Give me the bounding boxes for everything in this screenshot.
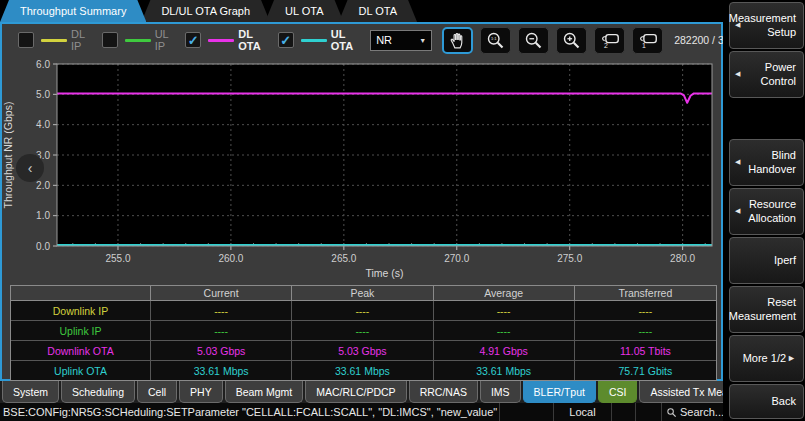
scpi-command-text: BSE:CONFig:NR5G:SCHeduling:SETParameter …: [0, 406, 499, 418]
softkey-label-line: Resource: [749, 198, 796, 211]
tab-system[interactable]: System: [2, 381, 59, 403]
softkey-label: More 1/2: [743, 352, 786, 365]
legend-swatch-dl-ota: [208, 39, 234, 42]
zoom-out-icon: [523, 30, 544, 51]
softkey-label: PowerControl: [761, 61, 796, 87]
legend-item-ul-ip[interactable]: UL IP: [102, 28, 169, 52]
softkey-measurement-setup[interactable]: ◀MeasurementSetup: [729, 2, 804, 49]
tab-mac-rlc-pdcp[interactable]: MAC/RLC/PDCP: [305, 381, 406, 403]
tab-bler-tput[interactable]: BLER/Tput: [523, 381, 596, 403]
checkmark-icon: ✓: [188, 34, 199, 47]
tab-scheduling[interactable]: Scheduling: [61, 381, 135, 403]
local-mode-indicator[interactable]: Local: [553, 403, 611, 421]
table-cell: ----: [434, 301, 575, 321]
legend-swatch-ul-ota: [301, 39, 327, 42]
table-cell: ----: [292, 321, 433, 341]
x-tick-label: 255.0: [105, 253, 130, 264]
table-cell: 33.61 Mbps: [151, 361, 292, 380]
throughput-summary-panel: DL IPUL IP✓DL OTA✓UL OTANR▼1:121282200 /…: [0, 22, 723, 381]
softkey-label: BlindHandover: [748, 149, 796, 175]
tab-phy[interactable]: PHY: [179, 381, 223, 403]
softkey-label: Back: [772, 395, 796, 408]
softkey-label-line: Control: [761, 75, 796, 88]
softkey-resource-allocation[interactable]: ◀ResourceAllocation: [729, 188, 804, 235]
column-header-current: Current: [151, 286, 292, 301]
panel-collapse-handle[interactable]: ‹: [16, 154, 44, 182]
zoom-region-1-button[interactable]: 1: [632, 27, 663, 54]
softkey-label-line: Setup: [767, 26, 796, 39]
y-tick-label: 2.0: [36, 180, 50, 191]
y-tick-label: 5.0: [36, 89, 50, 100]
triangle-left-icon: ◀: [735, 207, 740, 215]
x-axis-label: Time (s): [365, 267, 403, 279]
row-label-uplink-ip: Uplink IP: [11, 321, 151, 341]
tab-cell[interactable]: Cell: [137, 381, 177, 403]
table-cell: ----: [292, 301, 433, 321]
softkey-blind-handover[interactable]: ◀BlindHandover: [729, 139, 804, 186]
softkey-label-line: Back: [772, 395, 796, 408]
checkbox-dl-ota[interactable]: ✓: [185, 32, 201, 48]
checkbox-ul-ip[interactable]: [102, 32, 118, 48]
softkey-back[interactable]: Back: [729, 384, 804, 419]
softkey-label-line: Iperf: [774, 254, 796, 267]
checkmark-icon: ✓: [280, 34, 291, 47]
column-header-transferred: Transferred: [575, 286, 716, 301]
svg-text:1:1: 1:1: [491, 36, 497, 41]
tab-csi[interactable]: CSI: [598, 381, 638, 403]
tab-beam-mgmt[interactable]: Beam Mgmt: [225, 381, 304, 403]
legend-label: DL IP: [71, 28, 85, 52]
config-tab-bar: SystemSchedulingCellPHYBeam MgmtMAC/RLC/…: [0, 381, 723, 403]
x-tick-label: 270.0: [444, 253, 469, 264]
softkey-more-1-2[interactable]: More 1/2►: [729, 335, 804, 382]
tab-dl-ul-ota-graph[interactable]: DL/UL OTA Graph: [141, 0, 270, 22]
zoom-1to1-icon: 1:1: [485, 30, 506, 51]
table-cell: ----: [151, 301, 292, 321]
pan-tool-button[interactable]: [442, 27, 473, 54]
row-label-uplink-ota: Uplink OTA: [11, 361, 151, 380]
tab-dl-ota[interactable]: DL OTA: [339, 0, 418, 22]
table-cell: 33.61 Mbps: [434, 361, 575, 380]
legend-item-ul-ota[interactable]: ✓UL OTA: [278, 28, 353, 52]
status-cell-empty-2: [611, 403, 635, 421]
x-tick-label: 280.0: [670, 253, 695, 264]
table-corner-cell: [11, 286, 151, 301]
tab-throughput-summary[interactable]: Throughput Summary: [0, 0, 146, 22]
legend-item-dl-ota[interactable]: ✓DL OTA: [185, 28, 260, 52]
chart-svg: 0.01.02.03.04.05.06.0255.0260.0265.0270.…: [2, 56, 721, 284]
softkey-label-line: Allocation: [748, 212, 796, 225]
technology-dropdown[interactable]: NR▼: [370, 30, 432, 51]
y-tick-label: 1.0: [36, 210, 50, 221]
tab-ul-ota[interactable]: UL OTA: [265, 0, 344, 22]
softkey-label-line: Handover: [748, 163, 796, 176]
checkbox-ul-ota[interactable]: ✓: [278, 32, 294, 48]
row-label-downlink-ota: Downlink OTA: [11, 341, 151, 361]
zoom-out-button[interactable]: [518, 27, 549, 54]
softkey-label: ResourceAllocation: [748, 198, 796, 224]
zoom-in-button[interactable]: [556, 27, 587, 54]
throughput-chart[interactable]: 0.01.02.03.04.05.06.0255.0260.0265.0270.…: [2, 56, 721, 284]
tab-ims[interactable]: IMS: [480, 381, 521, 403]
table-cell: 5.03 Gbps: [151, 341, 292, 361]
zoom-in-icon: [561, 30, 582, 51]
softkey-power-control[interactable]: ◀PowerControl: [729, 51, 804, 98]
legend-item-dl-ip[interactable]: DL IP: [18, 28, 85, 52]
triangle-right-icon: ►: [787, 353, 796, 364]
zoom-region-2-button[interactable]: 2: [594, 27, 625, 54]
zoom-one-to-one-button[interactable]: 1:1: [480, 27, 511, 54]
svg-text:2: 2: [604, 42, 608, 49]
legend-swatch-dl-ip: [41, 39, 67, 42]
search-box[interactable]: Search...: [661, 403, 723, 421]
triangle-left-icon: ◀: [735, 70, 740, 78]
x-tick-label: 265.0: [331, 253, 356, 264]
table-cell: ----: [575, 301, 716, 321]
softkey-iperf[interactable]: Iperf: [729, 237, 804, 284]
table-cell: 4.91 Gbps: [434, 341, 575, 361]
marker-icon: 2: [598, 29, 622, 51]
dropdown-value: NR: [376, 34, 392, 46]
checkbox-dl-ip[interactable]: [18, 32, 34, 48]
softkey-reset-measurement[interactable]: ResetMeasurement: [729, 286, 804, 333]
softkey-label: ResetMeasurement: [729, 296, 796, 322]
chevron-left-icon: ‹: [28, 160, 33, 176]
y-tick-label: 6.0: [36, 59, 50, 70]
tab-rrc-nas[interactable]: RRC/NAS: [409, 381, 478, 403]
